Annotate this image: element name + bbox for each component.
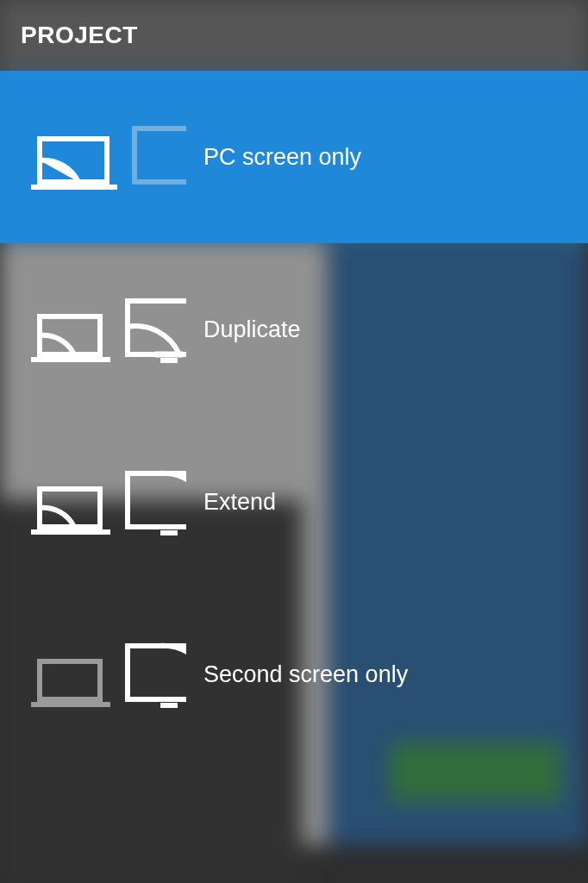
svg-rect-12 (160, 530, 178, 535)
option-duplicate[interactable]: Duplicate (0, 243, 588, 416)
project-options-list: PC screen only (0, 71, 588, 761)
svg-rect-8 (160, 358, 178, 363)
duplicate-icon (31, 291, 186, 368)
project-panel: PROJECT PC scr (0, 0, 588, 883)
option-extend[interactable]: Extend (0, 416, 588, 588)
svg-rect-11 (128, 473, 186, 527)
option-pc-screen-only[interactable]: PC screen only (0, 71, 588, 243)
svg-rect-15 (128, 646, 186, 699)
svg-rect-13 (40, 661, 100, 699)
option-label: Duplicate (203, 316, 301, 343)
second-screen-only-icon (31, 636, 186, 713)
option-second-screen-only[interactable]: Second screen only (0, 588, 588, 761)
svg-rect-3 (134, 128, 186, 182)
panel-title: PROJECT (21, 22, 138, 49)
option-label: Extend (203, 489, 276, 516)
option-label: PC screen only (203, 144, 361, 171)
option-label: Second screen only (203, 661, 408, 688)
panel-header: PROJECT (0, 0, 588, 71)
extend-icon (31, 463, 186, 541)
svg-rect-16 (160, 703, 178, 708)
pc-screen-only-icon (31, 118, 186, 196)
